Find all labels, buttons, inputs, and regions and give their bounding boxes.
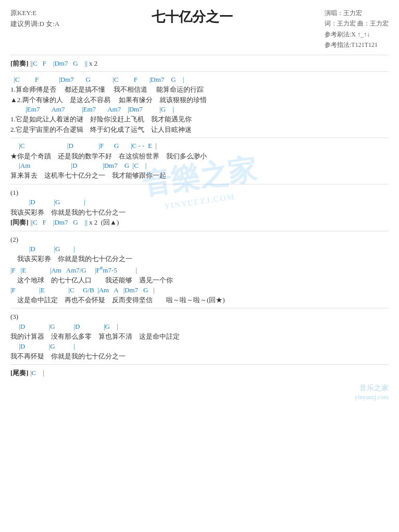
section2-chord2: |F |E |Am Am7/G |F#m7-5 |: [10, 264, 389, 276]
strum-pattern: 参考刷法:X ↑_↑↓: [325, 29, 389, 40]
chorus-chord2: |Am |D |Dm7 G |C |: [10, 161, 389, 170]
fingering-pattern: 参考指法:T121T121: [325, 40, 389, 50]
chorus-lyric1: ★你是个奇蹟 还是我的数学不好 在这缤纷世界 我们多么渺小: [10, 151, 389, 162]
section3-lyric1: 我的计算器 没有那么多零 算也算不清 这是命中註定: [10, 331, 389, 342]
section2-lyric1: 我该买彩券 你就是我的七十亿分之一: [10, 254, 389, 264]
section2-lyric2: 这个地球 的七十亿人口 我还能够 遇见一个你: [10, 275, 389, 286]
section2-label: (2): [10, 234, 389, 245]
divider4: [10, 231, 389, 231]
verse12-chord1: |C F |Dm7 G |C F |Dm7 G |: [10, 75, 389, 84]
section-1: (1) |D |G | 我该买彩券 你就是我的七十亿分之一 [间奏] ||C F…: [10, 188, 389, 228]
original-key: 原KEY:E: [10, 8, 59, 19]
section2-lyric3: 这是命中註定 再也不会怀疑 反而变得坚信 啦～啦～啦～(回★): [10, 295, 389, 305]
outro-line: [尾奏] |C |: [10, 368, 389, 378]
verse12-lyric3: 1.它是如此让人着迷的谜 好险你没赶上飞机 我才能遇见你: [10, 114, 389, 125]
section-intro: [前奏] ||C F |Dm7 G || x 2: [10, 58, 389, 69]
verse12-chord2: |Em7 Am7 |Em7 Am7 |Dm7 |G |: [10, 105, 389, 114]
header-divider: [10, 55, 389, 55]
footer-watermark: 音乐之家 yinyuezj.com: [10, 383, 389, 401]
section3-chord2: |D |G |: [10, 342, 389, 351]
verse12-lyric1: 1.算命师傅是否 都还是搞不懂 我不相信道 能算命运的行踪: [10, 84, 389, 95]
section3-lyric2: 我不再怀疑 你就是我的七十亿分之一: [10, 351, 389, 362]
composer-info: 词：王力宏 曲：王力宏: [325, 18, 389, 29]
intro-line: [前奏] ||C F |Dm7 G || x 2: [10, 58, 389, 69]
divider3: [10, 184, 389, 184]
section2-chord1: |D |G |: [10, 244, 389, 254]
section1-interlude: [间奏] ||C F |Dm7 G || x 2 (回▲): [10, 217, 389, 228]
section-verse12: |C F |Dm7 G |C F |Dm7 G | 1.算命师傅是否 都还是搞不…: [10, 75, 389, 134]
section-chorus: |C |D |F G |C - - E | ★你是个奇蹟 还是我的数学不好 在这…: [10, 141, 389, 180]
section1-label: (1): [10, 188, 389, 198]
chorus-lyric2: 算来算去 这机率七十亿分之一 我才能够跟你一起: [10, 170, 389, 181]
section1-lyric1: 我该买彩券 你就是我的七十亿分之一: [10, 207, 389, 218]
divider1: [10, 71, 389, 72]
singer-info: 演唱：王力宏: [325, 8, 389, 18]
section3-chord1: |D |G |D |G |: [10, 322, 389, 331]
section-2: (2) |D |G | 我该买彩券 你就是我的七十亿分之一 |F |E |Am …: [10, 234, 389, 305]
verse12-lyric4: 2.它是宇宙里的不合逻辑 终于幻化成了运气 让人目眩神迷: [10, 125, 389, 135]
chorus-chord1: |C |D |F G |C - - E |: [10, 141, 389, 151]
song-title: 七十亿分之一: [59, 8, 325, 26]
section1-chord1: |D |G |: [10, 197, 389, 207]
section-outro: [尾奏] |C |: [10, 368, 389, 378]
divider6: [10, 364, 389, 365]
key-info: 原KEY:E 建议男调:D 女:A: [10, 8, 59, 30]
song-meta: 演唱：王力宏 词：王力宏 曲：王力宏 参考刷法:X ↑_↑↓ 参考指法:T121…: [325, 8, 389, 51]
page: 原KEY:E 建议男调:D 女:A 七十亿分之一 演唱：王力宏 词：王力宏 曲：…: [0, 0, 399, 412]
section2-chord3: |F |E |C G/B |Am A |Dm7 G |: [10, 286, 389, 295]
divider5: [10, 308, 389, 308]
section3-label: (3): [10, 312, 389, 322]
verse12-lyric2: ▲2.两个有缘的人 是这么不容易 如果有缘分 就该狠狠的珍惜: [10, 95, 389, 105]
header: 原KEY:E 建议男调:D 女:A 七十亿分之一 演唱：王力宏 词：王力宏 曲：…: [10, 8, 389, 51]
divider2: [10, 138, 389, 138]
suggested-key: 建议男调:D 女:A: [10, 19, 59, 30]
section-3: (3) |D |G |D |G | 我的计算器 没有那么多零 算也算不清 这是命…: [10, 312, 389, 361]
